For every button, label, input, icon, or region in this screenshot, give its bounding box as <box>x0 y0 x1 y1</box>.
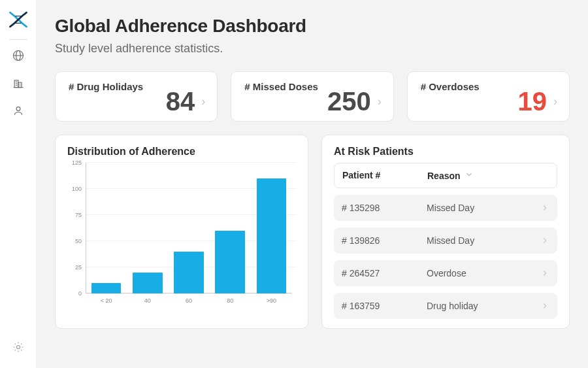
y-tick: 0 <box>78 290 82 297</box>
at-risk-panel: At Risk Patients Patient # Reason # 1352… <box>321 135 570 329</box>
x-label: < 20 <box>86 297 127 304</box>
bar-slot: 60 <box>168 252 209 293</box>
bar <box>91 283 122 293</box>
stat-value: 19 <box>517 88 547 114</box>
stat-value: 84 <box>166 88 195 114</box>
page-title: Global Adherence Dashboard <box>55 16 570 37</box>
page-subtitle: Study level adherence statistics. <box>55 42 570 56</box>
risk-reason: Drug holiday <box>427 301 478 311</box>
bar <box>215 231 245 293</box>
col-reason[interactable]: Reason <box>427 170 549 181</box>
y-tick: 25 <box>75 264 82 271</box>
app-logo <box>5 7 31 33</box>
y-tick: 75 <box>75 212 82 218</box>
settings-icon[interactable] <box>12 341 25 356</box>
building-icon[interactable] <box>12 76 25 90</box>
risk-row[interactable]: # 135298Missed Day <box>334 195 557 221</box>
bar-slot: >90 <box>251 178 292 293</box>
chevron-right-icon <box>540 203 549 212</box>
bar-slot: 80 <box>210 231 251 293</box>
y-tick: 50 <box>75 238 82 244</box>
chevron-right-icon <box>540 269 549 278</box>
bar <box>174 252 204 293</box>
bar <box>133 273 163 293</box>
bar-chart: 0255075100125 < 20406080>90 <box>67 163 296 305</box>
chevron-right-icon: › <box>201 95 205 109</box>
stat-card-missed-doses[interactable]: # Missed Doses 250 › <box>231 71 393 122</box>
risk-patient: # 264527 <box>342 268 427 278</box>
risk-row[interactable]: # 163759Drug holiday <box>334 293 557 319</box>
risk-patient: # 135298 <box>342 203 427 213</box>
stat-card-drug-holidays[interactable]: # Drug Holidays 84 › <box>55 71 218 122</box>
chevron-right-icon <box>540 301 549 310</box>
risk-title: At Risk Patients <box>334 146 557 158</box>
risk-reason: Missed Day <box>427 203 474 213</box>
bar-slot: 40 <box>127 273 168 293</box>
risk-reason: Missed Day <box>427 235 474 246</box>
user-icon[interactable] <box>12 104 25 117</box>
sidebar-divider <box>9 39 27 40</box>
stat-card-overdoses[interactable]: # Overdoses 19 › <box>407 71 570 122</box>
y-tick: 125 <box>72 159 82 166</box>
chart-panel: Distribution of Adherence 0255075100125 … <box>55 135 308 329</box>
svg-point-13 <box>16 107 20 111</box>
stat-value: 250 <box>327 88 371 114</box>
x-label: 80 <box>210 297 251 304</box>
x-label: >90 <box>251 297 292 304</box>
svg-point-14 <box>16 346 20 349</box>
bar <box>257 178 287 293</box>
bar-slot: < 20 <box>86 283 127 293</box>
sidebar <box>0 0 37 368</box>
risk-table-header: Patient # Reason <box>334 163 557 188</box>
stats-row: # Drug Holidays 84 › # Missed Doses 250 … <box>55 71 570 122</box>
globe-icon[interactable] <box>12 49 25 62</box>
risk-row[interactable]: # 264527Overdose <box>334 260 557 286</box>
y-tick: 100 <box>72 186 82 192</box>
chevron-right-icon: › <box>553 95 557 109</box>
x-label: 40 <box>127 297 168 304</box>
chevron-right-icon <box>540 236 549 245</box>
col-patient: Patient # <box>342 170 427 181</box>
risk-row[interactable]: # 139826Missed Day <box>334 227 557 254</box>
risk-patient: # 139826 <box>342 235 427 246</box>
chevron-right-icon: › <box>378 95 382 109</box>
chart-title: Distribution of Adherence <box>67 146 296 158</box>
svg-rect-6 <box>18 82 22 88</box>
chevron-down-icon <box>465 170 474 181</box>
main-content: Global Adherence Dashboard Study level a… <box>37 0 588 368</box>
x-label: 60 <box>168 297 209 304</box>
risk-patient: # 163759 <box>342 301 427 311</box>
risk-reason: Overdose <box>427 268 466 278</box>
